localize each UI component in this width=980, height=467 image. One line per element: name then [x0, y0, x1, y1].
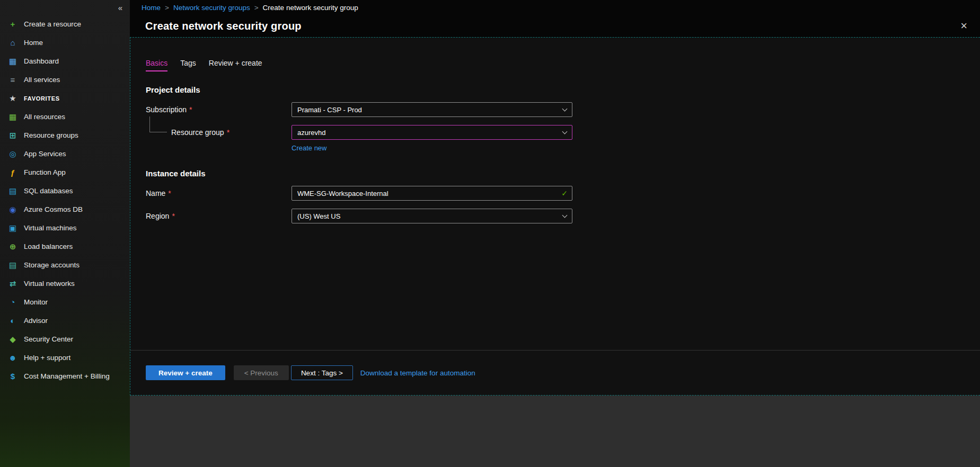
- sidebar-item-label: Virtual machines: [24, 224, 77, 232]
- sidebar-item-label: Virtual networks: [24, 280, 75, 288]
- sidebar-item-load-balancers[interactable]: ⊕Load balancers: [0, 237, 130, 256]
- sidebar-item-advisor[interactable]: ◐Advisor: [0, 311, 130, 330]
- chevron-down-icon: [562, 212, 568, 218]
- storage-account-icon: ▤: [7, 261, 19, 269]
- region-value: (US) West US: [297, 212, 563, 220]
- region-label: Region *: [146, 212, 292, 220]
- sidebar-item-dashboard[interactable]: ▦Dashboard: [0, 52, 130, 70]
- tab-review-create[interactable]: Review + create: [209, 59, 262, 71]
- basics-form: BasicsTagsReview + create Project detail…: [130, 38, 980, 350]
- region-row: Region * (US) West US: [146, 209, 980, 223]
- breadcrumb-item[interactable]: Network security groups: [173, 4, 250, 12]
- advisor-icon: ◐: [7, 317, 19, 325]
- services-list-icon: ≡: [7, 76, 19, 84]
- monitor-icon: ◔: [7, 298, 19, 306]
- resource-group-connector: [149, 116, 167, 132]
- dashboard-icon: ▦: [7, 57, 19, 65]
- sidebar-item-app-services[interactable]: ◎App Services: [0, 145, 130, 163]
- sidebar-item-azure-cosmos-db[interactable]: ◉Azure Cosmos DB: [0, 200, 130, 219]
- sidebar-item-label: Azure Cosmos DB: [24, 205, 83, 213]
- sidebar-item-virtual-machines[interactable]: ▣Virtual machines: [0, 219, 130, 237]
- sidebar-collapse-button[interactable]: «: [0, 0, 130, 15]
- tab-tags[interactable]: Tags: [180, 59, 196, 71]
- sidebar-item-label: Create a resource: [24, 20, 81, 28]
- sidebar-item-label: Security Center: [24, 335, 73, 343]
- name-input[interactable]: [292, 186, 572, 201]
- sidebar-item-label: Function App: [24, 168, 66, 176]
- plus-icon: +: [7, 20, 19, 28]
- field-label-text: Region: [146, 212, 169, 220]
- billing-icon: $: [7, 372, 19, 380]
- sidebar-item-label: All resources: [24, 113, 65, 121]
- name-label: Name *: [146, 189, 292, 197]
- download-template-link[interactable]: Download a template for automation: [360, 369, 475, 377]
- valid-check-icon: ✓: [561, 189, 568, 197]
- azure-portal: « +Create a resource⌂Home▦Dashboard≡All …: [0, 0, 980, 467]
- sidebar-item-label: Resource groups: [24, 131, 78, 139]
- sidebar-item-cost-management[interactable]: $Cost Management + Billing: [0, 367, 130, 385]
- sidebar-item-create-a-resource[interactable]: +Create a resource: [0, 15, 130, 33]
- sidebar-item-label: Load balancers: [24, 243, 73, 250]
- project-details-heading: Project details: [146, 85, 980, 94]
- breadcrumb-bar: Home>Network security groups>Create netw…: [130, 0, 980, 15]
- sidebar-item-label: Home: [24, 39, 43, 47]
- chevron-down-icon: [562, 106, 568, 111]
- subscription-row: Subscription * Pramati - CSP - Prod: [146, 102, 980, 117]
- instance-details-heading: Instance details: [146, 169, 980, 178]
- sidebar-item-label: Storage accounts: [24, 261, 80, 269]
- breadcrumb-item[interactable]: Home: [142, 4, 161, 12]
- grid-icon: ▦: [7, 113, 19, 121]
- help-support-icon: ☻: [7, 354, 19, 362]
- sidebar-item-storage-accounts[interactable]: ▤Storage accounts: [0, 256, 130, 274]
- sidebar-item-all-resources[interactable]: ▦All resources: [0, 107, 130, 126]
- sidebar-item-home[interactable]: ⌂Home: [0, 33, 130, 52]
- resource-group-label: Resource group *: [146, 128, 292, 137]
- create-nsg-panel: BasicsTagsReview + create Project detail…: [130, 37, 980, 396]
- sidebar-item-security-center[interactable]: ◆Security Center: [0, 330, 130, 348]
- sidebar-item-label: Advisor: [24, 317, 48, 325]
- chevron-down-icon: [562, 129, 568, 134]
- sidebar-items: +Create a resource⌂Home▦Dashboard≡All se…: [0, 15, 130, 385]
- sidebar-item-label: Cost Management + Billing: [24, 372, 110, 380]
- page-header: Create network security group ×: [130, 15, 980, 37]
- region-dropdown[interactable]: (US) West US: [292, 209, 572, 223]
- previous-button[interactable]: < Previous: [234, 365, 289, 380]
- sidebar-item-monitor[interactable]: ◔Monitor: [0, 293, 130, 311]
- sidebar-item-sql-databases[interactable]: ▤SQL databases: [0, 182, 130, 200]
- create-new-link[interactable]: Create new: [292, 144, 326, 152]
- sidebar-item-label: Monitor: [24, 298, 48, 306]
- sidebar-item-virtual-networks[interactable]: ⇄Virtual networks: [0, 274, 130, 293]
- wizard-footer: Review + create < Previous Next : Tags >…: [130, 350, 980, 395]
- close-icon[interactable]: ×: [957, 19, 970, 33]
- function-app-icon: ƒ: [7, 168, 19, 176]
- sidebar-item-all-services[interactable]: ≡All services: [0, 70, 130, 89]
- sidebar-item-label: All services: [24, 76, 60, 84]
- star-icon: ★: [7, 94, 19, 102]
- required-asterisk: *: [172, 212, 174, 220]
- subscription-dropdown[interactable]: Pramati - CSP - Prod: [292, 102, 572, 117]
- page-title: Create network security group: [145, 20, 302, 32]
- shield-icon: ◆: [7, 335, 19, 343]
- review-create-button[interactable]: Review + create: [146, 365, 225, 380]
- home-icon: ⌂: [7, 39, 19, 47]
- breadcrumb: Home>Network security groups>Create netw…: [142, 4, 358, 12]
- subscription-label: Subscription *: [146, 105, 292, 114]
- sidebar-item-label: FAVORITES: [24, 95, 60, 102]
- required-asterisk: *: [168, 189, 171, 197]
- tab-basics[interactable]: Basics: [146, 59, 167, 71]
- sidebar-item-function-app[interactable]: ƒFunction App: [0, 163, 130, 182]
- field-label-text: Name: [146, 189, 165, 197]
- cosmos-db-icon: ◉: [7, 205, 19, 213]
- resource-group-dropdown[interactable]: azurevhd: [292, 125, 572, 140]
- field-label-text: Resource group: [171, 128, 224, 137]
- sidebar-item-resource-groups[interactable]: ⊞Resource groups: [0, 126, 130, 145]
- sidebar-item-label: SQL databases: [24, 187, 73, 195]
- sidebar-item-help-support[interactable]: ☻Help + support: [0, 348, 130, 367]
- tabs: BasicsTagsReview + create: [146, 38, 980, 71]
- sidebar-item-label: App Services: [24, 150, 66, 158]
- breadcrumb-separator: >: [254, 4, 259, 12]
- sidebar-item-label: Help + support: [24, 354, 70, 362]
- required-asterisk: *: [189, 105, 192, 114]
- next-tags-button[interactable]: Next : Tags >: [291, 365, 353, 380]
- name-row: Name * ✓: [146, 186, 980, 201]
